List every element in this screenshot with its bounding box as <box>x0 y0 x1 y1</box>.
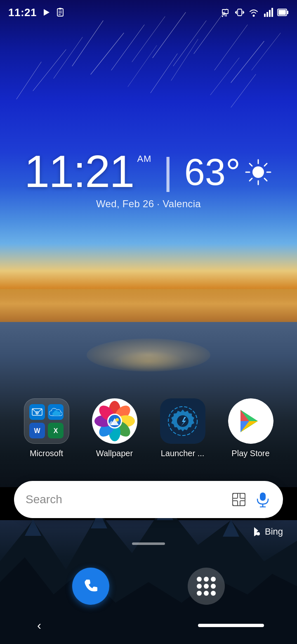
nav-bar: ‹ <box>0 607 297 644</box>
svg-point-32 <box>222 16 223 17</box>
swipe-indicator <box>132 542 165 545</box>
lens-icon[interactable] <box>230 491 248 508</box>
playstore-label: Play Store <box>231 449 269 458</box>
microsoft-folder-icon[interactable]: O W <box>24 398 69 444</box>
status-time: 11:21 <box>8 6 37 19</box>
svg-rect-85 <box>240 501 245 506</box>
apps-grid-icon <box>197 577 216 596</box>
status-bar: 11:21 <box>0 0 297 25</box>
wallpaper-label: Wallpaper <box>96 449 133 458</box>
svg-rect-41 <box>269 10 271 17</box>
all-apps-button[interactable] <box>188 568 225 605</box>
outlook-icon: O <box>29 404 45 420</box>
wifi-icon <box>248 8 259 17</box>
cast-icon <box>222 8 231 17</box>
app-row: O W <box>0 398 297 458</box>
home-bar-pill <box>198 624 264 627</box>
svg-line-51 <box>250 163 252 166</box>
svg-text:W: W <box>34 427 40 434</box>
signal-icon <box>263 8 273 17</box>
onedrive-icon <box>48 404 64 420</box>
svg-text:O: O <box>35 411 39 415</box>
clock-time: 11:21 <box>24 149 134 194</box>
search-bar[interactable]: Search <box>14 481 283 518</box>
battery-icon <box>277 8 289 17</box>
svg-line-54 <box>250 178 252 181</box>
play-button-icon <box>42 8 51 17</box>
microsoft-label: Microsoft <box>30 449 63 458</box>
svg-rect-25 <box>57 9 63 16</box>
svg-rect-45 <box>278 10 286 15</box>
weather-temperature: 63° <box>184 154 240 191</box>
wallpaper-app[interactable]: Wallpaper <box>92 398 137 458</box>
svg-point-89 <box>257 532 260 535</box>
launcher-label: Launcher ... <box>161 449 205 458</box>
microsoft-app[interactable]: O W <box>24 398 69 458</box>
bing-brand: Bing <box>252 526 283 537</box>
phone-button[interactable] <box>72 568 109 605</box>
svg-point-46 <box>252 166 264 178</box>
playstore-app[interactable]: Play Store <box>228 398 273 458</box>
wallpaper-icon[interactable] <box>92 398 137 444</box>
svg-rect-33 <box>238 9 242 16</box>
vibrate-icon <box>235 8 244 17</box>
svg-rect-39 <box>264 14 266 17</box>
clock-date: Wed, Feb 26 · Valencia <box>96 198 201 210</box>
playstore-icon[interactable] <box>228 398 273 444</box>
svg-marker-24 <box>44 9 50 16</box>
back-button[interactable]: ‹ <box>33 614 45 637</box>
search-placeholder: Search <box>26 493 224 506</box>
svg-rect-26 <box>59 8 61 9</box>
svg-line-53 <box>264 163 267 166</box>
svg-text:X: X <box>53 427 58 434</box>
bing-label: Bing <box>265 526 283 537</box>
svg-rect-40 <box>266 12 268 17</box>
svg-rect-42 <box>271 8 273 17</box>
clock-ampm: AM <box>137 154 151 164</box>
svg-line-52 <box>264 178 267 181</box>
svg-rect-83 <box>240 493 245 498</box>
svg-rect-81 <box>233 493 245 506</box>
mic-icon[interactable] <box>254 491 271 508</box>
svg-point-38 <box>253 15 255 17</box>
launcher-icon[interactable] <box>160 398 205 444</box>
clipboard-icon <box>56 8 65 17</box>
svg-rect-44 <box>287 11 288 14</box>
dock <box>0 568 297 605</box>
svg-rect-86 <box>260 492 266 501</box>
clock-divider: | <box>163 153 172 190</box>
svg-point-75 <box>116 418 119 421</box>
excel-icon: X <box>48 423 64 438</box>
sun-icon <box>244 158 273 187</box>
launcher-app[interactable]: Launcher ... <box>160 398 205 458</box>
clock-widget: 11:21 AM | 63° <box>0 149 297 210</box>
word-icon: W <box>29 423 45 438</box>
